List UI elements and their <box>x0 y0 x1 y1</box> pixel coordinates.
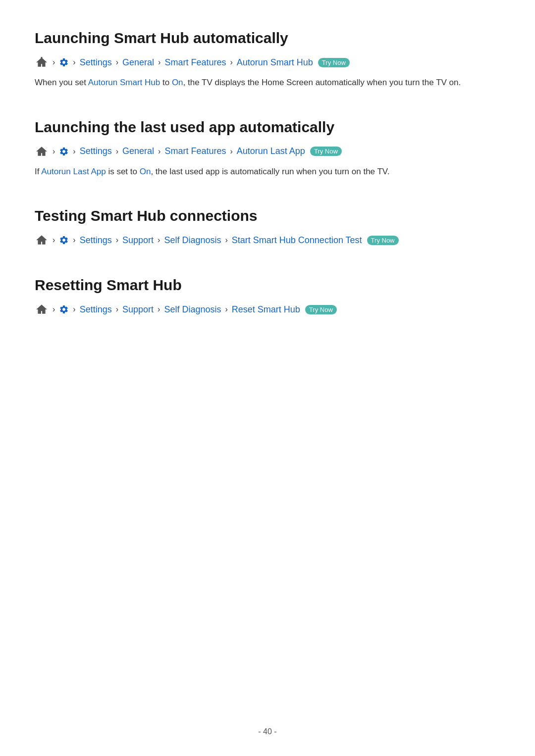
page-number: - 40 - <box>258 727 276 736</box>
section-title-2: Launching the last used app automaticall… <box>35 119 500 136</box>
section-resetting: Resetting Smart Hub › › Settings › Suppo… <box>35 277 500 316</box>
sep-3a: › <box>53 236 55 245</box>
description-1: When you set Autorun Smart Hub to On, th… <box>35 76 500 89</box>
breadcrumb-4: › › Settings › Support › Self Diagnosis … <box>35 302 500 316</box>
sep-4e: › <box>225 305 227 314</box>
sep-3b: › <box>73 236 75 245</box>
breadcrumb-settings-3[interactable]: Settings <box>80 235 112 246</box>
breadcrumb-autorun-last-app[interactable]: Autorun Last App <box>237 146 305 156</box>
sep-4b: › <box>73 305 75 314</box>
breadcrumb-support-4[interactable]: Support <box>122 304 154 315</box>
settings-gear-icon-2 <box>59 147 69 156</box>
sep-1e: › <box>230 58 232 67</box>
breadcrumb-settings-4[interactable]: Settings <box>80 304 112 315</box>
section-launching-auto: Launching Smart Hub automatically › › Se… <box>35 30 500 89</box>
breadcrumb-general-1[interactable]: General <box>122 57 154 68</box>
try-now-badge-1[interactable]: Try Now <box>318 58 350 67</box>
breadcrumb-self-diagnosis-3[interactable]: Self Diagnosis <box>164 235 221 246</box>
sep-1a: › <box>53 58 55 67</box>
sep-4c: › <box>116 305 118 314</box>
breadcrumb-support-3[interactable]: Support <box>122 235 154 246</box>
sep-4a: › <box>53 305 55 314</box>
settings-gear-icon-3 <box>59 235 69 245</box>
sep-2b: › <box>73 147 75 156</box>
home-icon-4[interactable] <box>35 302 49 316</box>
svg-point-0 <box>41 57 42 58</box>
breadcrumb-self-diagnosis-4[interactable]: Self Diagnosis <box>164 304 221 315</box>
breadcrumb-2: › › Settings › General › Smart Features … <box>35 145 500 158</box>
breadcrumb-3: › › Settings › Support › Self Diagnosis … <box>35 233 500 247</box>
breadcrumb-smart-features-2[interactable]: Smart Features <box>164 146 226 156</box>
try-now-badge-3[interactable]: Try Now <box>367 236 399 245</box>
breadcrumb-general-2[interactable]: General <box>122 146 154 156</box>
home-icon-3[interactable] <box>35 233 49 247</box>
breadcrumb-start-smart-hub-connection-test[interactable]: Start Smart Hub Connection Test <box>232 235 362 246</box>
breadcrumb-settings-1[interactable]: Settings <box>80 57 112 68</box>
sep-2e: › <box>230 147 232 156</box>
sep-3e: › <box>225 236 227 245</box>
section-launching-last-app: Launching the last used app automaticall… <box>35 119 500 178</box>
sep-2d: › <box>158 147 160 156</box>
sep-2c: › <box>116 147 118 156</box>
try-now-badge-2[interactable]: Try Now <box>310 147 342 156</box>
on-link-2: On <box>140 167 151 176</box>
home-icon-2[interactable] <box>35 145 49 158</box>
breadcrumb-reset-smart-hub[interactable]: Reset Smart Hub <box>232 304 300 315</box>
settings-gear-icon-1 <box>59 57 69 67</box>
autorun-last-app-link: Autorun Last App <box>41 167 106 176</box>
sep-1b: › <box>73 58 75 67</box>
section-title-4: Resetting Smart Hub <box>35 277 500 294</box>
section-title-1: Launching Smart Hub automatically <box>35 30 500 47</box>
breadcrumb-settings-2[interactable]: Settings <box>80 146 112 156</box>
breadcrumb-1: › › Settings › General › Smart Features … <box>35 55 500 69</box>
sep-1c: › <box>116 58 118 67</box>
settings-gear-icon-4 <box>59 304 69 314</box>
section-title-3: Testing Smart Hub connections <box>35 207 500 224</box>
description-2: If Autorun Last App is set to On, the la… <box>35 165 500 178</box>
sep-2a: › <box>53 147 55 156</box>
sep-4d: › <box>158 305 160 314</box>
section-testing: Testing Smart Hub connections › › Settin… <box>35 207 500 247</box>
breadcrumb-smart-features-1[interactable]: Smart Features <box>164 57 226 68</box>
home-icon-1[interactable] <box>35 55 49 69</box>
try-now-badge-4[interactable]: Try Now <box>305 305 337 314</box>
on-link-1: On <box>172 78 183 87</box>
autorun-smart-hub-link: Autorun Smart Hub <box>88 78 160 87</box>
sep-3c: › <box>116 236 118 245</box>
sep-3d: › <box>158 236 160 245</box>
breadcrumb-autorun-smart-hub[interactable]: Autorun Smart Hub <box>237 57 313 68</box>
sep-1d: › <box>158 58 160 67</box>
page-footer: - 40 - <box>0 727 535 736</box>
page-container: Launching Smart Hub automatically › › Se… <box>0 0 535 376</box>
